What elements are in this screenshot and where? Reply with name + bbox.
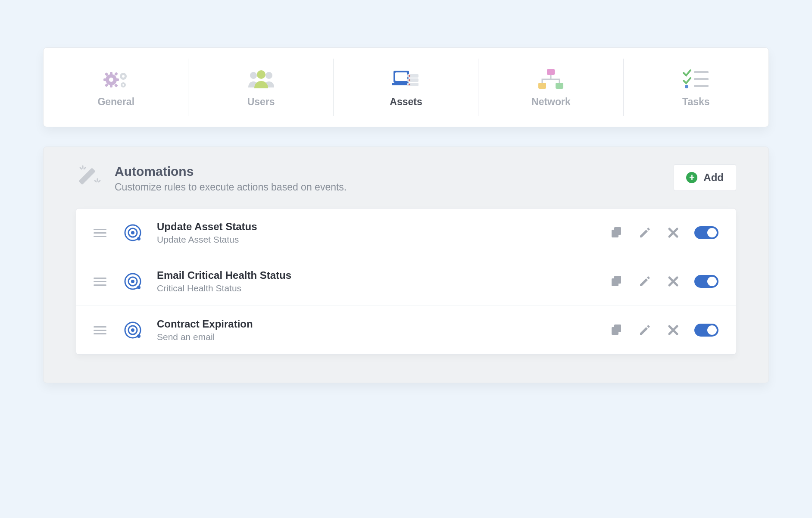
svg-point-13	[122, 84, 124, 86]
edit-icon[interactable]	[637, 323, 652, 337]
svg-point-16	[257, 70, 265, 79]
plus-icon: +	[686, 172, 697, 183]
svg-point-43	[131, 280, 134, 283]
automation-title: Contract Expiration	[157, 318, 609, 330]
panel-title: Automations	[115, 164, 674, 179]
svg-rect-4	[103, 78, 107, 81]
svg-rect-5	[116, 78, 119, 81]
edit-icon[interactable]	[637, 274, 652, 289]
tab-label: Assets	[390, 96, 422, 108]
svg-rect-18	[395, 72, 407, 81]
svg-point-23	[409, 75, 410, 77]
svg-rect-28	[556, 83, 563, 89]
delete-icon[interactable]	[666, 274, 681, 289]
tab-users[interactable]: Users	[188, 48, 333, 127]
delete-icon[interactable]	[666, 225, 681, 240]
svg-rect-27	[538, 83, 546, 89]
panel-header: Automations Customize rules to execute a…	[76, 164, 736, 193]
edit-icon[interactable]	[637, 225, 652, 240]
automation-subtitle: Send an email	[157, 332, 609, 342]
drag-handle-icon[interactable]	[94, 326, 106, 334]
svg-rect-32	[694, 85, 709, 87]
automation-row: Contract Expiration Send an email	[76, 306, 736, 354]
tab-label: General	[97, 96, 134, 108]
assets-icon	[392, 67, 420, 91]
svg-point-11	[122, 75, 125, 78]
tab-label: Tasks	[682, 96, 710, 108]
network-icon	[536, 67, 566, 91]
add-button-label: Add	[703, 172, 724, 184]
svg-rect-52	[614, 325, 621, 332]
automations-list: Update Asset Status Update Asset Status …	[76, 208, 736, 355]
svg-rect-3	[110, 84, 112, 87]
svg-rect-39	[614, 227, 621, 235]
duplicate-icon[interactable]	[609, 225, 624, 240]
automation-title: Email Critical Health Status	[157, 269, 609, 281]
enable-toggle[interactable]	[694, 275, 718, 288]
svg-point-50	[137, 334, 141, 338]
tab-network[interactable]: Network	[478, 48, 623, 127]
automations-panel: Automations Customize rules to execute a…	[43, 147, 769, 383]
svg-rect-26	[547, 69, 555, 75]
gears-icon	[103, 67, 129, 91]
svg-point-15	[265, 72, 272, 79]
svg-point-37	[137, 237, 141, 240]
svg-point-24	[409, 79, 410, 81]
svg-point-14	[250, 72, 257, 79]
svg-rect-30	[694, 71, 709, 73]
tab-assets[interactable]: Assets	[334, 48, 478, 127]
tab-general[interactable]: General	[44, 48, 188, 127]
delete-icon[interactable]	[666, 323, 681, 337]
automation-subtitle: Critical Health Status	[157, 283, 609, 293]
tab-label: Users	[247, 96, 275, 108]
svg-rect-2	[110, 72, 112, 75]
automation-icon	[124, 224, 142, 242]
enable-toggle[interactable]	[694, 226, 718, 239]
svg-point-25	[409, 84, 410, 85]
automation-title: Update Asset Status	[157, 221, 609, 233]
svg-rect-33	[78, 168, 96, 185]
settings-tabs: General Users Assets	[43, 47, 769, 127]
tab-tasks[interactable]: Tasks	[624, 48, 768, 127]
automation-icon	[124, 321, 142, 339]
svg-point-36	[131, 231, 134, 234]
duplicate-icon[interactable]	[609, 274, 624, 289]
enable-toggle[interactable]	[694, 324, 718, 337]
svg-rect-46	[614, 276, 621, 284]
wand-icon	[76, 164, 102, 190]
svg-point-1	[109, 78, 113, 82]
panel-subtitle: Customize rules to execute actions based…	[115, 181, 674, 193]
add-button[interactable]: + Add	[674, 164, 736, 191]
svg-point-49	[131, 328, 134, 332]
svg-rect-31	[694, 78, 709, 80]
automation-row: Email Critical Health Status Critical He…	[76, 257, 736, 306]
automation-subtitle: Update Asset Status	[157, 234, 609, 245]
tasks-icon	[682, 67, 710, 91]
svg-point-44	[137, 286, 141, 289]
duplicate-icon[interactable]	[609, 323, 624, 337]
users-icon	[246, 67, 277, 91]
tab-label: Network	[531, 96, 571, 108]
drag-handle-icon[interactable]	[94, 278, 106, 286]
automation-row: Update Asset Status Update Asset Status	[76, 209, 736, 257]
automation-icon	[124, 272, 142, 290]
svg-point-29	[685, 85, 688, 88]
drag-handle-icon[interactable]	[94, 229, 106, 237]
